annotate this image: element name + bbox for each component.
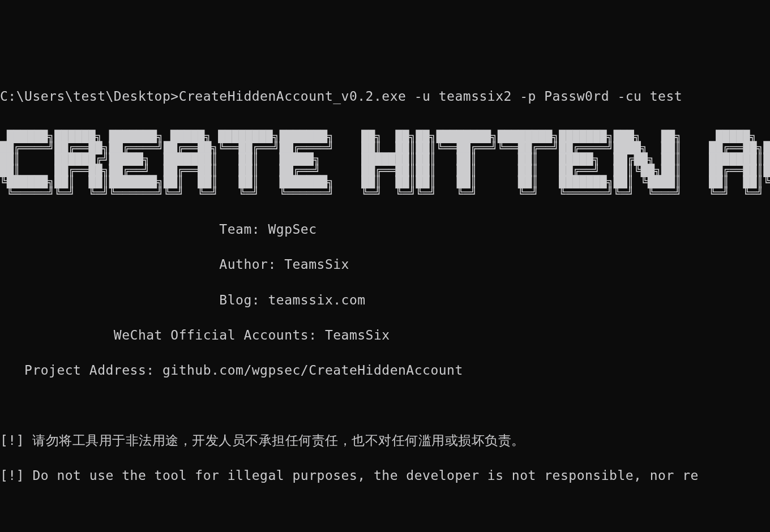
blank-line: [0, 502, 770, 520]
info-author: Author: TeamsSix: [0, 256, 770, 273]
info-team: Team: WgpSec: [0, 221, 770, 238]
info-project: Project Address: github.com/wgpsec/Creat…: [0, 362, 770, 379]
terminal-window[interactable]: C:\Users\test\Desktop>CreateHiddenAccoun…: [0, 70, 770, 532]
command-prompt-line: C:\Users\test\Desktop>CreateHiddenAccoun…: [0, 88, 770, 105]
warning-en: [!] Do not use the tool for illegal purp…: [0, 467, 770, 484]
info-wechat: WeChat Official Accounts: TeamsSix: [0, 327, 770, 344]
ascii-art-banner: ██████╗██████╗ ███████╗ █████╗ ████████╗…: [0, 131, 770, 199]
blank-line: [0, 397, 770, 414]
warning-cn: [!] 请勿将工具用于非法用途，开发人员不承担任何责任，也不对任何滥用或损坏负责…: [0, 432, 770, 449]
info-blog: Blog: teamssix.com: [0, 291, 770, 309]
